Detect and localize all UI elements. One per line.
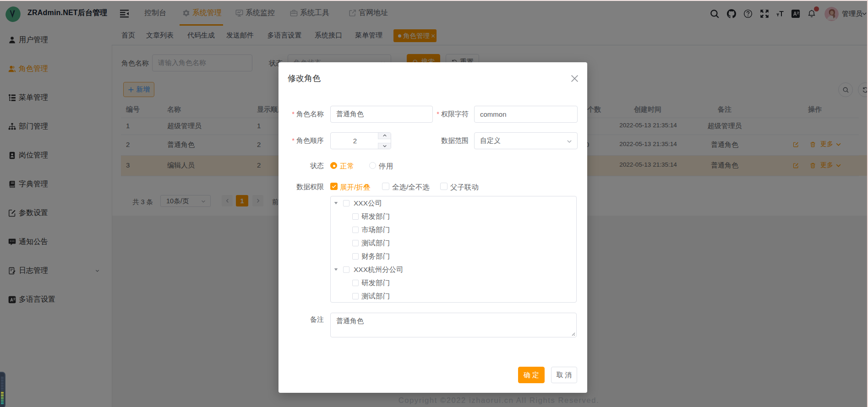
devtools-corner-widget[interactable] [0, 372, 5, 407]
role-key-label: *权限字符 [416, 110, 469, 119]
dept-tree: XXX公司 研发部门 市场部门 测试部门 财务部门 XXX杭州分公司 研发部门 [330, 196, 577, 303]
confirm-button[interactable]: 确定 [518, 367, 545, 383]
stepper-up-button[interactable] [378, 133, 391, 139]
tree-checkbox[interactable] [352, 253, 359, 260]
role-sort-value: 2 [331, 133, 379, 149]
chevron-down-icon [566, 138, 573, 145]
tree-node[interactable]: 财务部门 [331, 250, 576, 263]
dialog-title: 修改角色 [288, 73, 321, 84]
tree-checkbox[interactable] [352, 213, 359, 220]
data-scope-select[interactable]: 自定义 [474, 132, 578, 149]
cancel-button[interactable]: 取消 [551, 367, 577, 383]
parent-child-checkbox[interactable] [440, 183, 448, 190]
data-perm-label: 数据权限 [278, 183, 324, 191]
status-normal-radio[interactable] [330, 162, 337, 169]
tree-node[interactable]: 研发部门 [331, 210, 576, 223]
tree-expand-caret-icon[interactable] [334, 201, 338, 205]
status-disabled-label[interactable]: 停用 [379, 162, 393, 171]
tree-checkbox[interactable] [352, 280, 359, 286]
stepper-down-button[interactable] [378, 143, 391, 149]
status-normal-label[interactable]: 正常 [340, 162, 354, 171]
tree-checkbox[interactable] [343, 200, 349, 206]
tree-checkbox[interactable] [352, 293, 359, 299]
expand-collapse-checkbox[interactable] [330, 183, 338, 190]
tree-node[interactable]: XXX公司 [331, 196, 576, 210]
parent-child-label[interactable]: 父子联动 [450, 183, 479, 192]
remark-label: 备注 [278, 315, 324, 324]
tree-node[interactable]: 市场部门 [331, 223, 576, 236]
tree-node[interactable]: 测试部门 [331, 289, 576, 303]
select-all-checkbox[interactable] [382, 183, 389, 190]
role-name-label: *角色名称 [278, 110, 324, 119]
tree-checkbox[interactable] [343, 266, 349, 273]
data-scope-label: 数据范围 [416, 136, 469, 145]
remark-textarea[interactable]: 普通角色 [330, 313, 577, 337]
select-all-label[interactable]: 全选/全不选 [392, 183, 430, 192]
data-scope-value: 自定义 [480, 136, 501, 145]
edit-role-dialog: 修改角色 *角色名称 普通角色 *权限字符 common *角色顺序 2 数据范… [278, 62, 587, 393]
tree-node[interactable]: XXX杭州分公司 [331, 263, 576, 276]
required-mark: * [437, 110, 439, 118]
remark-value: 普通角色 [336, 317, 364, 326]
role-name-value: 普通角色 [336, 110, 364, 119]
screen: ZRAdmin.NET后台管理 用户管理 角色管理 菜单管理 部门管理 岗位管理… [0, 0, 868, 407]
tree-checkbox[interactable] [352, 240, 359, 246]
tree-expand-caret-icon[interactable] [334, 267, 338, 271]
role-key-input[interactable]: common [474, 106, 578, 123]
status-label: 状态 [278, 162, 324, 170]
required-mark: * [292, 110, 295, 118]
expand-collapse-label[interactable]: 展开/折叠 [340, 183, 370, 192]
status-disabled-radio[interactable] [369, 162, 376, 169]
tree-node[interactable]: 测试部门 [331, 236, 576, 250]
role-key-value: common [480, 110, 507, 118]
tree-node[interactable]: 研发部门 [331, 276, 576, 289]
close-dialog-icon[interactable] [570, 74, 579, 83]
role-sort-label: *角色顺序 [278, 136, 324, 145]
required-mark: * [292, 136, 295, 144]
role-sort-stepper[interactable]: 2 [330, 132, 391, 149]
tree-checkbox[interactable] [352, 227, 359, 233]
resize-handle-icon[interactable] [571, 331, 575, 336]
window-top-edge [0, 0, 868, 1]
